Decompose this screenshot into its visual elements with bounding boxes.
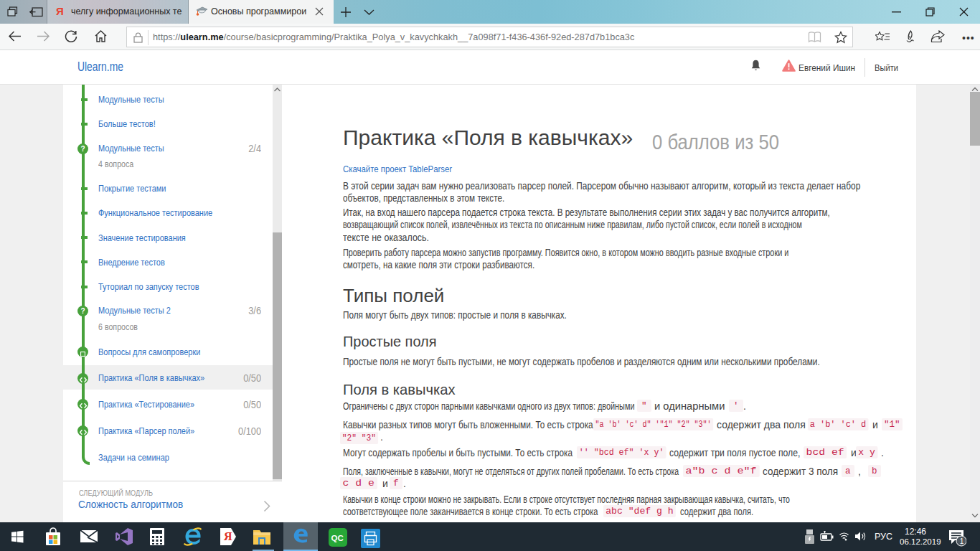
svg-text:Я: Я [224,530,232,542]
svg-text:QC: QC [331,534,344,542]
svg-text:1: 1 [960,537,964,545]
